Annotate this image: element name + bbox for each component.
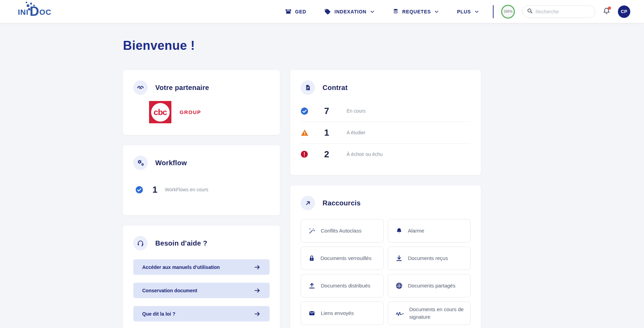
archive-icon [285,8,292,15]
arrow-right-icon [254,264,261,271]
top-navbar: INI D oc GED INDEXATION REQUETE [0,0,644,23]
contract-count: 2 [319,149,334,160]
chevron-down-icon [370,9,375,14]
shortcut-documents-verrouilles[interactable]: Documents verrouillés [301,247,384,270]
search-icon [527,8,533,15]
partner-logo-suffix: GROUP [180,109,201,115]
check-circle-icon [135,186,144,194]
arrow-up-right-icon [301,196,315,210]
user-avatar[interactable]: CP [618,5,630,18]
shortcut-label: Liens envoyés [321,309,354,317]
header-divider [493,5,494,18]
check-circle-icon [301,107,309,115]
shortcut-documents-distribues[interactable]: Documents distribués [301,274,384,297]
shortcut-liens-envoyes[interactable]: Liens envoyés [301,302,384,325]
help-link-label: Conservation document [142,288,197,293]
contract-count: 1 [319,127,334,138]
wand-icon [308,227,315,234]
workflow-card-title: Workflow [155,159,187,167]
shortcut-label: Documents reçus [408,255,448,262]
upload-icon [308,282,315,289]
warning-triangle-icon [301,129,309,137]
tags-icon [324,8,331,15]
nav-item-ged[interactable]: GED [285,8,306,15]
shortcut-documents-recus[interactable]: Documents reçus [388,247,471,270]
nav-item-indexation[interactable]: INDEXATION [324,8,375,15]
file-contract-icon [301,80,315,95]
headset-icon [133,236,148,250]
main-nav: GED INDEXATION REQUETES PLUS [285,8,479,15]
partner-card-title: Votre partenaire [155,84,209,92]
download-icon [396,255,403,262]
shortcut-label: Conflits Autoclass [321,227,361,235]
contract-card: Contrat 7 En cours 1 [290,70,481,175]
help-link-manuels[interactable]: Accéder aux manuels d'utilisation [133,259,270,275]
workflow-count: 1 [150,184,160,195]
envelope-icon [308,310,315,316]
nav-label: PLUS [457,9,471,14]
contract-label: À échoir ou échu [347,151,383,157]
globe-icon [396,282,403,289]
contract-row-a-etudier[interactable]: 1 A étudier [301,122,471,143]
search-box [522,5,595,18]
contract-count: 7 [319,106,334,116]
database-icon [393,8,399,15]
shortcut-alarme[interactable]: Alarme [388,219,471,242]
chevron-down-icon [474,9,479,14]
logo-text-prefix: INI [18,9,29,17]
nav-item-plus[interactable]: PLUS [457,9,479,14]
notifications-button[interactable] [603,7,610,16]
lock-icon [308,255,315,262]
app-logo[interactable]: INI D oc [18,6,52,17]
quota-progress-badge: 100% [501,5,515,19]
help-link-label: Accéder aux manuels d'utilisation [142,264,220,270]
shortcut-conflits-autoclass[interactable]: Conflits Autoclass [301,219,384,242]
shortcut-label: Documents distribués [321,282,370,290]
shortcut-label: Documents en cours de signature [409,306,467,321]
workflow-card: Workflow 1 WorkFlows en cours [123,145,280,215]
search-input[interactable] [535,9,587,14]
arrow-right-icon [254,287,261,294]
contract-label: A étudier [347,130,365,135]
shortcut-label: Documents verrouillés [320,255,371,262]
logo-text-suffix: oc [39,9,52,17]
gears-icon [133,156,148,170]
partner-card: Votre partenaire cbc GROUP [123,70,280,135]
shortcut-label: Documents partagés [408,282,455,290]
handshake-icon [133,80,148,95]
help-link-loi[interactable]: Que dit la loi ? [133,306,270,321]
nav-label: GED [295,9,306,14]
bell-icon [396,227,403,234]
contract-card-title: Contrat [323,84,348,92]
page-title: Bienvenue ! [123,38,644,53]
header-right-group: 100% CP [493,5,630,19]
arrow-right-icon [254,310,261,317]
contract-label: En cours [347,108,365,114]
partner-logo[interactable]: cbc [149,101,171,123]
contract-row-en-cours[interactable]: 7 En cours [301,100,471,122]
nav-label: INDEXATION [335,9,366,14]
main-content: Bienvenue ! Votre partenaire cbc [0,23,644,328]
shortcut-documents-partages[interactable]: Documents partagés [388,274,471,297]
shortcuts-card-title: Raccourcis [323,199,361,207]
error-circle-icon [301,150,309,158]
signature-icon [396,310,404,316]
shortcuts-card: Raccourcis Conflits Autoclass Alarme Doc… [290,185,481,328]
help-link-label: Que dit la loi ? [142,311,175,317]
help-link-conservation[interactable]: Conservation document [133,283,270,298]
workflow-label: WorkFlows en cours [165,187,208,192]
contract-row-echoir[interactable]: 2 À échoir ou échu [301,144,471,165]
help-card-title: Besoin d'aide ? [155,239,207,247]
nav-label: REQUETES [402,9,431,14]
logo-pixel-d: D [30,6,39,17]
workflow-stat-row[interactable]: 1 WorkFlows en cours [135,179,270,200]
notification-badge-dot [608,7,611,10]
nav-item-requetes[interactable]: REQUETES [393,8,439,15]
shortcut-documents-en-cours-de-signature[interactable]: Documents en cours de signature [388,302,471,325]
chevron-down-icon [434,9,439,14]
shortcut-label: Alarme [408,227,425,235]
partner-logo-text: cbc [154,108,167,117]
help-card: Besoin d'aide ? Accéder aux manuels d'ut… [123,226,280,328]
